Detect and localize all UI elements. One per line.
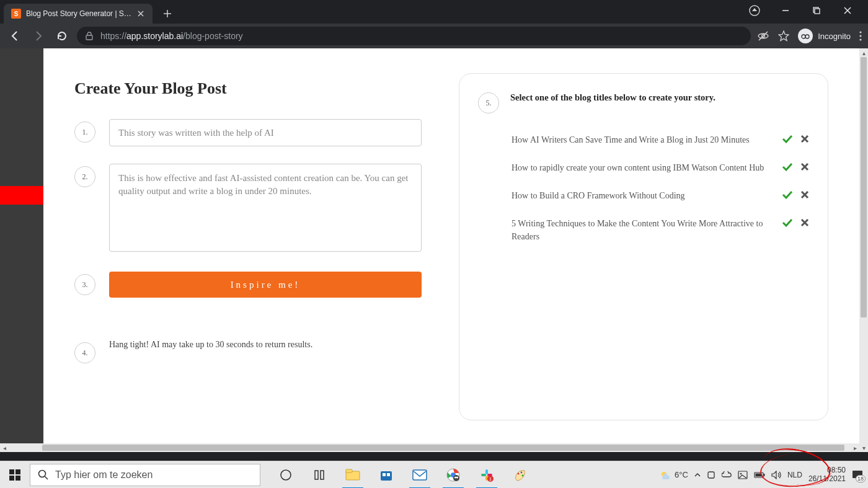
url-protocol: https://: [100, 31, 126, 41]
vertical-scrollbar[interactable]: ▴ ▾: [859, 48, 868, 452]
reject-icon[interactable]: [800, 135, 809, 143]
file-explorer-icon[interactable]: [339, 461, 367, 489]
tray-notifications-icon[interactable]: 18: [852, 470, 863, 480]
tray-chevron-icon[interactable]: [694, 472, 701, 478]
svg-rect-17: [321, 471, 324, 479]
tab-title: Blog Post Story Generator | Story: [26, 9, 131, 18]
window-controls: [745, 1, 864, 24]
svg-rect-29: [485, 469, 488, 474]
red-sidebar-marker: [0, 186, 43, 205]
scroll-down-arrow-icon[interactable]: ▾: [859, 443, 868, 452]
accept-icon[interactable]: [782, 135, 793, 143]
tray-volume-icon[interactable]: [771, 471, 781, 479]
window-maximize-icon[interactable]: [807, 1, 826, 20]
eye-off-icon[interactable]: [757, 30, 769, 42]
incognito-indicator[interactable]: Incognito: [798, 29, 851, 43]
reload-button[interactable]: [53, 27, 71, 45]
system-tray: 6°C NLD 08:50 26/11/2021 18: [660, 466, 868, 482]
paint-icon[interactable]: [506, 461, 534, 489]
step5-instruction: Select one of the blog titles below to c…: [510, 92, 715, 103]
vertical-scroll-thumb[interactable]: [861, 57, 867, 317]
browser-tab[interactable]: S Blog Post Story Generator | Story: [4, 4, 153, 24]
accept-icon[interactable]: [782, 218, 793, 227]
tray-battery-icon[interactable]: [754, 472, 765, 478]
svg-point-41: [740, 472, 742, 474]
tab-close-icon[interactable]: [136, 9, 145, 18]
svg-point-14: [39, 470, 46, 477]
tray-date: 26/11/2021: [808, 475, 846, 483]
user-profile-icon[interactable]: [745, 1, 764, 20]
suggestion-item: How to rapidly create your own content u…: [512, 154, 809, 182]
people-icon[interactable]: [305, 461, 334, 489]
window-minimize-icon[interactable]: [776, 1, 795, 20]
task-view-icon[interactable]: [272, 461, 300, 489]
suggestion-text[interactable]: 5 Writing Techniques to Make the Content…: [512, 217, 771, 243]
svg-rect-43: [763, 474, 764, 476]
tray-language[interactable]: NLD: [787, 471, 802, 479]
reject-icon[interactable]: [800, 218, 809, 227]
browser-toolbar: https://app.storylab.ai/blog-post-story …: [0, 24, 868, 48]
svg-point-27: [454, 476, 456, 478]
svg-rect-16: [315, 471, 318, 479]
svg-rect-13: [16, 476, 20, 481]
new-tab-button[interactable]: [159, 5, 176, 22]
accept-icon[interactable]: [782, 190, 793, 199]
suggestion-text[interactable]: How to Build a CRO Framework Without Cod…: [512, 189, 771, 202]
url-text: https://app.storylab.ai/blog-post-story: [100, 31, 243, 41]
svg-rect-10: [9, 469, 14, 474]
svg-rect-2: [815, 9, 820, 14]
left-gutter: [0, 48, 43, 452]
suggestion-text[interactable]: How to rapidly create your own content u…: [512, 161, 771, 174]
horizontal-scrollbar[interactable]: ◂ ▸: [0, 443, 859, 452]
scroll-up-arrow-icon[interactable]: ▴: [859, 48, 868, 57]
svg-rect-12: [9, 476, 14, 481]
windows-taskbar: Typ hier om te zoeken 1 6°C NLD: [0, 461, 868, 488]
taskbar-search-placeholder: Typ hier om te zoeken: [55, 469, 153, 481]
scroll-right-arrow-icon[interactable]: ▸: [851, 445, 859, 451]
bookmark-star-icon[interactable]: [778, 30, 789, 42]
accept-icon[interactable]: [782, 162, 793, 171]
weather-widget[interactable]: 6°C: [660, 469, 688, 481]
tray-photos-icon[interactable]: [738, 471, 748, 479]
svg-text:1: 1: [489, 477, 492, 481]
svg-rect-19: [346, 469, 352, 472]
blog-description-input[interactable]: This is how effective and fast AI-assist…: [109, 164, 422, 252]
svg-point-36: [521, 471, 523, 473]
horizontal-scroll-thumb[interactable]: [42, 445, 844, 451]
step-number-2: 2.: [74, 166, 95, 187]
forward-button[interactable]: [30, 27, 47, 45]
url-path: /blog-post-story: [183, 31, 242, 41]
reject-icon[interactable]: [800, 190, 809, 199]
svg-point-5: [802, 35, 805, 38]
microsoft-store-icon[interactable]: [372, 461, 401, 489]
address-bar[interactable]: https://app.storylab.ai/blog-post-story: [77, 27, 751, 45]
slack-icon[interactable]: 1: [472, 461, 501, 489]
toolbar-right: Incognito: [757, 29, 862, 43]
back-button[interactable]: [6, 27, 24, 45]
scroll-left-arrow-icon[interactable]: ◂: [0, 445, 9, 451]
step-number-1: 1.: [74, 122, 95, 143]
svg-rect-44: [755, 473, 761, 476]
page-title: Create Your Blog Post: [74, 79, 422, 98]
inspire-me-button[interactable]: Inspire me!: [109, 272, 422, 298]
suggestion-text[interactable]: How AI Writers Can Save Time and Write a…: [512, 133, 771, 146]
svg-rect-21: [383, 473, 386, 476]
svg-point-15: [281, 470, 291, 480]
tray-time: 08:50: [808, 466, 846, 474]
taskbar-search[interactable]: Typ hier om te zoeken: [30, 464, 260, 486]
blog-title-input[interactable]: [109, 119, 422, 146]
mail-icon[interactable]: [405, 461, 434, 489]
tray-security-icon[interactable]: [707, 471, 715, 479]
chrome-icon[interactable]: [439, 461, 467, 489]
suggestion-item: How AI Writers Can Save Time and Write a…: [512, 126, 809, 154]
start-button[interactable]: [0, 461, 30, 489]
tray-clock[interactable]: 08:50 26/11/2021: [808, 466, 846, 482]
search-icon: [38, 469, 49, 481]
reject-icon[interactable]: [800, 162, 809, 171]
window-close-icon[interactable]: [838, 1, 857, 20]
svg-rect-11: [16, 469, 20, 474]
chrome-menu-icon[interactable]: [859, 31, 862, 41]
svg-point-28: [456, 476, 458, 478]
tray-onedrive-icon[interactable]: [722, 471, 732, 479]
incognito-label: Incognito: [818, 32, 851, 41]
